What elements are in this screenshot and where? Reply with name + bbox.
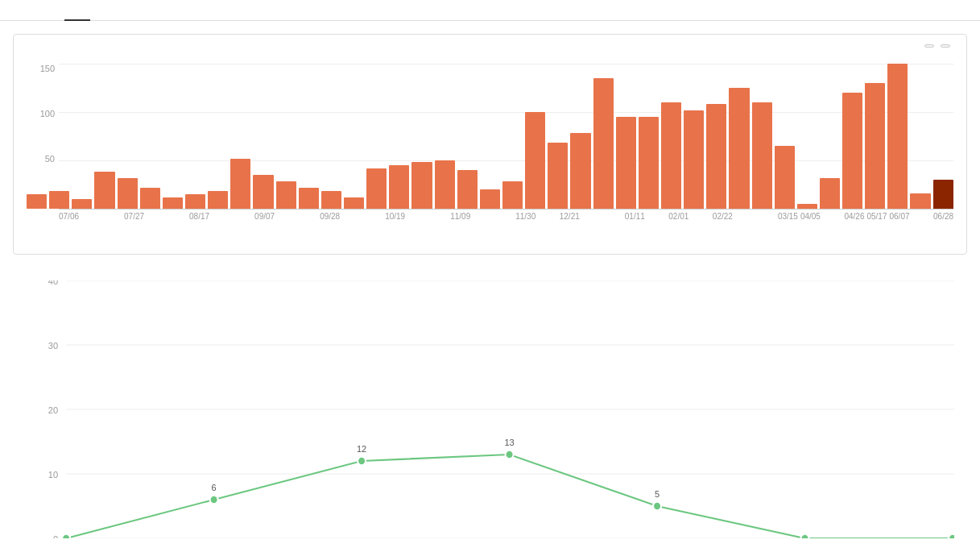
x-label-39 <box>912 212 932 221</box>
bar-12 <box>299 188 319 209</box>
x-label-40: 06/28 <box>933 212 953 221</box>
x-label-38: 06/07 <box>890 212 910 221</box>
dot-wednesday <box>506 450 514 459</box>
nav-hint <box>921 44 953 48</box>
x-label-24 <box>582 212 602 221</box>
bar-14 <box>344 197 364 209</box>
svg-text:5: 5 <box>655 488 660 498</box>
bar-13 <box>321 191 341 209</box>
bar-9 <box>230 159 250 209</box>
bar-39 <box>910 193 930 209</box>
x-label-18: 11/09 <box>450 212 470 221</box>
bar-4 <box>118 178 138 209</box>
tab-code-frequency[interactable] <box>90 0 116 21</box>
bar-30 <box>706 104 726 209</box>
x-label-35 <box>823 212 842 221</box>
bar-19 <box>457 170 478 209</box>
bar-17 <box>411 162 432 209</box>
bar-29 <box>684 110 704 209</box>
bar-8 <box>208 191 228 209</box>
x-label-32 <box>756 212 775 221</box>
x-label-22 <box>538 212 557 221</box>
bars-area <box>27 64 953 209</box>
svg-text:10: 10 <box>48 470 58 480</box>
dot-saturday <box>949 534 954 538</box>
x-label-13 <box>342 212 362 221</box>
bar-31 <box>729 88 749 209</box>
x-label-0: 07/06 <box>59 212 79 221</box>
bar-16 <box>389 165 409 209</box>
svg-text:6: 6 <box>212 483 217 492</box>
bar-21 <box>502 181 523 209</box>
dot-sunday <box>62 534 70 538</box>
bar-15 <box>366 168 387 209</box>
bar-5 <box>140 188 160 209</box>
x-label-26: 01/11 <box>625 212 645 221</box>
x-label-36: 04/26 <box>844 212 864 221</box>
x-label-9: 09/07 <box>254 212 275 221</box>
x-label-8 <box>234 212 253 221</box>
bar-2 <box>72 199 92 209</box>
svg-text:0: 0 <box>53 534 58 538</box>
x-label-31 <box>735 212 755 221</box>
bar-26 <box>616 117 636 209</box>
x-label-27 <box>647 212 667 221</box>
line-chart-svg: 40 30 20 10 0 0 6 12 13 5 <box>26 280 954 538</box>
x-label-3: 07/27 <box>124 212 144 221</box>
tabs-bar <box>0 0 980 21</box>
x-label-21: 11/30 <box>515 212 535 221</box>
bar-35 <box>820 178 840 209</box>
x-label-33: 03/15 <box>778 212 798 221</box>
bar-chart-container: 150 100 50 0 07/0607/2708/1709/0709/ <box>13 34 967 255</box>
svg-text:13: 13 <box>504 437 514 446</box>
x-label-37: 05/17 <box>866 212 887 221</box>
bar-10 <box>253 175 273 209</box>
bar-38 <box>887 64 908 209</box>
x-label-20 <box>494 212 514 221</box>
left-key <box>924 44 934 48</box>
right-key <box>941 44 950 48</box>
bar-1 <box>49 191 69 209</box>
svg-text:12: 12 <box>357 444 366 454</box>
bar-25 <box>593 78 614 209</box>
dot-thursday <box>653 502 661 511</box>
bar-18 <box>435 160 455 209</box>
x-label-5 <box>168 212 188 221</box>
x-label-29 <box>691 212 710 221</box>
x-label-30: 02/22 <box>713 212 733 221</box>
x-label-19 <box>473 212 492 221</box>
page-wrapper: 150 100 50 0 07/0607/2708/1709/0709/ <box>0 0 980 548</box>
x-label-25 <box>603 212 622 221</box>
bar-24 <box>570 133 590 209</box>
tab-commits[interactable] <box>64 0 90 21</box>
x-label-12: 09/28 <box>320 212 340 221</box>
bar-33 <box>775 146 795 209</box>
x-label-14 <box>364 212 383 221</box>
tab-punch-card[interactable] <box>116 0 142 21</box>
svg-text:40: 40 <box>48 280 58 286</box>
x-label-7 <box>212 212 231 221</box>
bar-23 <box>548 143 568 209</box>
bar-27 <box>639 117 659 209</box>
bar-20 <box>480 189 500 209</box>
dot-tuesday <box>358 457 366 466</box>
bar-40 <box>933 180 953 209</box>
x-label-16 <box>407 212 427 221</box>
x-label-15: 10/19 <box>385 212 405 221</box>
x-label-2 <box>103 212 122 221</box>
bar-3 <box>94 172 114 209</box>
x-label-1 <box>81 212 101 221</box>
x-label-28: 02/01 <box>668 212 688 221</box>
tab-traffic[interactable] <box>39 0 64 21</box>
x-label-11 <box>299 212 318 221</box>
bar-chart: 150 100 50 0 07/0607/2708/1709/0709/ <box>27 64 953 241</box>
tab-contributors[interactable] <box>13 0 39 21</box>
dot-monday <box>210 496 218 504</box>
x-label-23: 12/21 <box>560 212 580 221</box>
x-label-6: 08/17 <box>189 212 209 221</box>
bar-11 <box>276 181 296 209</box>
bar-36 <box>842 93 862 209</box>
x-label-10 <box>277 212 296 221</box>
line-chart-container: 40 30 20 10 0 0 6 12 13 5 <box>13 268 967 548</box>
x-label-34: 04/05 <box>800 212 821 221</box>
